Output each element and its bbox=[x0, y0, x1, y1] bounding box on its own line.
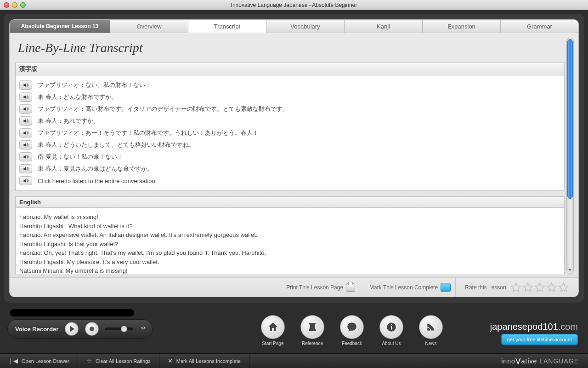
transcript-text: Click here to listen to the entire conve… bbox=[38, 178, 157, 184]
speaker-icon[interactable] bbox=[19, 116, 32, 126]
transcript-line: ファブリツィオ：あー！そうです！私の財布です。うれしい！ありがとう。春人！ bbox=[19, 127, 560, 139]
section-header: 漢字版 bbox=[15, 63, 565, 75]
transcript-line: 東 春人：夏見さんの傘はどんな傘ですか。 bbox=[19, 163, 560, 175]
transcript-line: 東 春人：どういたしまして。とても格好いい財布ですね。 bbox=[19, 139, 560, 151]
seek-bar[interactable] bbox=[10, 309, 134, 316]
cta-button[interactable]: get your free lifetime account bbox=[501, 334, 578, 345]
mark-complete-button[interactable]: Mark This Lesson Complete bbox=[365, 278, 456, 297]
nav-reference[interactable]: Reference bbox=[300, 315, 324, 346]
play-button[interactable] bbox=[65, 322, 79, 336]
star-icon[interactable] bbox=[558, 282, 569, 293]
app-inner: Absolute Beginner Lesson 13 Overview Tra… bbox=[4, 14, 584, 303]
tab-transcript[interactable]: Transcript bbox=[188, 19, 266, 33]
svg-point-3 bbox=[427, 328, 429, 330]
transcript-text: ファブリツィオ：あー！そうです！私の財布です。うれしい！ありがとう。春人！ bbox=[38, 129, 259, 137]
voice-recorder: Voice Recorder ༄ bbox=[7, 319, 153, 339]
nav-icons: Start PageReferenceFeedbackAbout UsNews bbox=[261, 315, 443, 346]
speaker-icon[interactable] bbox=[19, 140, 32, 150]
nav-label: News bbox=[425, 341, 436, 346]
svg-rect-2 bbox=[391, 324, 392, 325]
speaker-icon[interactable] bbox=[19, 80, 32, 90]
brand-tld: .com bbox=[558, 322, 578, 332]
player-bar: Voice Recorder ༄ Start PageReferenceFeed… bbox=[4, 306, 584, 349]
footer-logo: innoVative LANGUAGE bbox=[501, 356, 588, 366]
nav-label: Feedback bbox=[342, 341, 362, 346]
record-button[interactable] bbox=[85, 322, 99, 336]
transcript-scroll[interactable]: 漢字版ファブリツィオ：ない。私の財布！ない！東 春人：どんな財布ですか。ファブリ… bbox=[15, 63, 565, 274]
tabstrip: Absolute Beginner Lesson 13 Overview Tra… bbox=[9, 19, 579, 33]
record-icon bbox=[90, 327, 94, 331]
tab-kanji[interactable]: Kanji bbox=[345, 19, 423, 33]
sound-icon: ༄ bbox=[141, 325, 145, 333]
transcript-text: 東 春人：夏見さんの傘はどんな傘ですか。 bbox=[38, 165, 153, 173]
play-icon bbox=[70, 326, 74, 332]
open-drawer-label: Open Lesson Drawer bbox=[22, 358, 69, 364]
nav-start[interactable]: Start Page bbox=[261, 315, 285, 346]
tab-grammar[interactable]: Grammar bbox=[501, 19, 579, 33]
section-header: English bbox=[15, 196, 565, 208]
content-panel: Line-By-Line Transcript 漢字版ファブリツィオ：ない。私の… bbox=[9, 33, 579, 297]
brand-title: japanesepod101.com bbox=[490, 322, 578, 332]
speaker-icon[interactable] bbox=[19, 164, 32, 173]
nav-aboutus[interactable]: About Us bbox=[379, 315, 403, 346]
transcript-text: 東 春人：あれですか。 bbox=[38, 117, 99, 125]
clear-ratings-button[interactable]: ☆Clear All Lesson Ratings bbox=[78, 354, 159, 368]
speaker-icon[interactable] bbox=[19, 176, 32, 185]
scroll-thumb[interactable] bbox=[567, 39, 573, 199]
tab-vocabulary[interactable]: Vocabulary bbox=[266, 19, 345, 33]
transcript-text: 東 春人：どんな財布ですか。 bbox=[38, 93, 117, 101]
x-icon: ✕ bbox=[168, 357, 173, 364]
scroll-down-icon[interactable]: ▼ bbox=[567, 268, 573, 272]
transcript-line: 東 春人：どんな財布ですか。 bbox=[19, 91, 560, 103]
star-icon[interactable] bbox=[522, 282, 533, 293]
transcript-text: ファブリツィオ：ない。私の財布！ない！ bbox=[38, 81, 151, 89]
rating-stars[interactable] bbox=[510, 282, 569, 293]
brand-block: japanesepod101.com get your free lifetim… bbox=[490, 322, 578, 345]
transcript-text: 南 夏見：ない！私の傘！ない！ bbox=[38, 153, 123, 161]
checkbox-icon bbox=[441, 283, 451, 292]
transcript-line: 東 春人：あれですか。 bbox=[19, 115, 560, 127]
star-outline-icon: ☆ bbox=[86, 357, 92, 364]
speaker-icon[interactable] bbox=[19, 104, 32, 114]
reference-icon bbox=[300, 315, 324, 339]
voice-recorder-label: Voice Recorder bbox=[15, 326, 58, 333]
news-icon bbox=[419, 315, 443, 339]
mark-incomplete-label: Mark All Lessons Incomplete bbox=[176, 358, 241, 364]
star-icon[interactable] bbox=[546, 282, 557, 293]
transcript-text: Fabrizio: My wallet is missing! Haruhito… bbox=[19, 212, 560, 274]
speaker-icon[interactable] bbox=[19, 92, 32, 102]
open-lesson-drawer-button[interactable]: ❘◀Open Lesson Drawer bbox=[0, 354, 78, 368]
nav-label: Start Page bbox=[262, 341, 283, 346]
printer-icon bbox=[346, 283, 355, 292]
nav-label: About Us bbox=[382, 341, 401, 346]
svg-rect-1 bbox=[391, 326, 392, 330]
star-icon[interactable] bbox=[510, 282, 521, 293]
clear-ratings-label: Clear All Lesson Ratings bbox=[96, 358, 151, 364]
volume-slider[interactable] bbox=[105, 328, 133, 330]
mark-label: Mark This Lesson Complete bbox=[369, 284, 438, 291]
scrollbar[interactable]: ▼ bbox=[566, 38, 574, 274]
nav-label: Reference bbox=[302, 341, 323, 346]
print-label: Print This Lesson Page bbox=[286, 284, 343, 291]
transcript-line: ファブリツィオ：ない。私の財布！ない！ bbox=[19, 79, 560, 91]
transcript-text: 東 春人：どういたしまして。とても格好いい財布ですね。 bbox=[38, 141, 195, 149]
rate-lesson: Rate this Lesson: bbox=[460, 278, 574, 297]
print-lesson-button[interactable]: Print This Lesson Page bbox=[282, 278, 360, 297]
star-icon[interactable] bbox=[534, 282, 545, 293]
drawer-icon: ❘◀ bbox=[8, 357, 18, 364]
transcript-line: Click here to listen to the entire conve… bbox=[19, 175, 560, 187]
transcript-line: 南 夏見：ない！私の傘！ない！ bbox=[19, 151, 560, 163]
nav-feedback[interactable]: Feedback bbox=[340, 315, 364, 346]
mark-incomplete-button[interactable]: ✕Mark All Lessons Incomplete bbox=[159, 354, 249, 368]
app-frame: Absolute Beginner Lesson 13 Overview Tra… bbox=[0, 10, 588, 353]
transcript-text: ファブリツィオ：高い財布です。イタリアのデザイナーの財布です。とても素敵な財布で… bbox=[38, 105, 288, 113]
aboutus-icon bbox=[379, 315, 403, 339]
speaker-icon[interactable] bbox=[19, 128, 32, 138]
nav-news[interactable]: News bbox=[419, 315, 443, 346]
section-body: ファブリツィオ：ない。私の財布！ない！東 春人：どんな財布ですか。ファブリツィオ… bbox=[15, 75, 565, 191]
tab-expansion[interactable]: Expansion bbox=[423, 19, 501, 33]
lesson-tab[interactable]: Absolute Beginner Lesson 13 bbox=[9, 19, 110, 33]
content-footer: Print This Lesson Page Mark This Lesson … bbox=[10, 277, 578, 297]
tab-overview[interactable]: Overview bbox=[110, 19, 188, 33]
speaker-icon[interactable] bbox=[19, 152, 32, 161]
